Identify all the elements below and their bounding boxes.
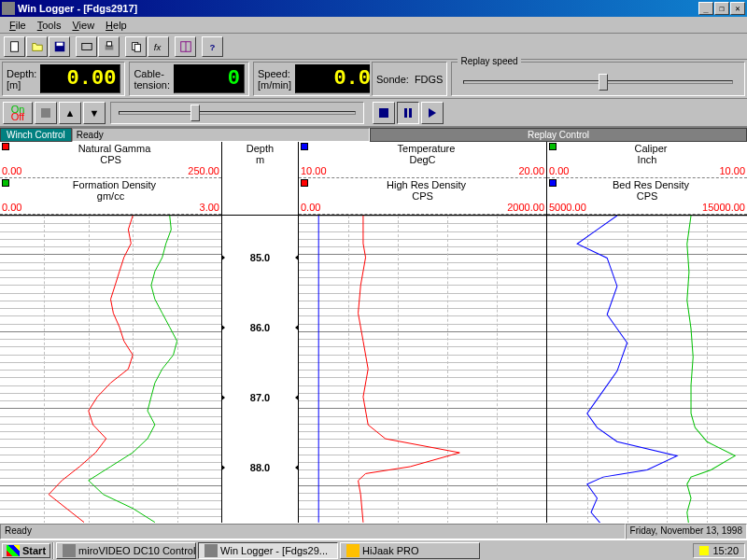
svg-rect-14 [404,108,407,118]
svg-rect-13 [379,108,388,118]
down-button[interactable]: ▼ [83,102,106,124]
replay-speed-slider[interactable] [463,80,733,84]
windows-icon [7,545,20,556]
trk3a-name: Caliper [635,143,668,154]
trk3a-lo: 0.00 [549,165,569,176]
depth-column: 85.086.087.088.0 [222,216,299,524]
trk1a-unit: CPS [100,154,121,165]
speed-display: 0.0 [295,64,375,93]
tb-grid[interactable] [175,36,196,57]
window-title: Win Logger - [Fdgs2917] [18,3,698,14]
tray-icon [699,546,709,555]
trk2b-unit: CPS [412,190,433,202]
speed-label: Speed: [258,68,291,79]
svg-rect-15 [409,108,412,118]
winch-status: Ready [72,128,370,142]
replay-tab[interactable]: Replay Control [370,128,747,142]
replay-readouts: Sonde: FDGS Replay speed [370,60,747,99]
tb-open[interactable] [26,36,48,57]
minimize-button[interactable]: _ [698,2,713,15]
trk1a-lo: 0.00 [2,165,21,176]
trk3b-unit: CPS [637,190,658,202]
swatch-green [2,179,9,187]
menubar: File Tools View Help [0,17,747,34]
sonde-label: Sonde: [376,74,409,85]
swatch-blue2 [549,179,557,187]
status-ready: Ready [0,524,626,539]
status-date: Friday, November 13, 1998 [626,524,747,539]
stop-button[interactable] [35,102,57,124]
task-mirovideo[interactable]: miroVIDEO DC10 Control [56,542,196,559]
start-label: Start [22,545,46,556]
task-winlogger[interactable]: Win Logger - [Fdgs29... [198,542,338,559]
tb-tool1[interactable] [76,36,97,57]
tb-print[interactable] [98,36,120,57]
start-button[interactable]: Start [2,543,50,558]
replay-play-button[interactable] [421,102,444,124]
trk2a-unit: DegC [409,154,435,165]
svg-rect-12 [41,108,50,118]
trk2a-name: Temperature [398,143,456,154]
svg-marker-16 [429,108,436,118]
menu-tools[interactable]: Tools [32,19,67,32]
depth-display: 0.00 [40,64,120,93]
status-bar: Ready Friday, November 13, 1998 [0,523,747,539]
trk2a-lo: 10.00 [301,165,327,176]
menu-file[interactable]: File [4,19,32,32]
trk3a-unit: Inch [638,154,657,165]
chart-header: Natural Gamma CPS 0.00250.00 Formation D… [0,142,747,216]
depth-unit: [m] [7,79,36,91]
menu-view[interactable]: View [66,19,100,32]
trk1b-name: Formation Density [73,179,156,190]
svg-rect-0 [10,41,18,51]
close-button[interactable]: ✕ [730,2,745,15]
svg-text:fx: fx [153,41,162,51]
swatch-green2 [549,143,557,150]
depth-hdr-unit: m [256,154,264,165]
onoff-button[interactable]: OnOff [3,102,33,124]
tb-copy[interactable] [125,36,147,57]
tension-display: 0 [174,64,245,93]
maximize-button[interactable]: ❐ [714,2,729,15]
trk2b-name: High Res Density [387,179,466,190]
task1-label: miroVIDEO DC10 Control [78,545,195,556]
svg-rect-7 [134,44,140,51]
replay-speed-label: Replay speed [458,56,520,66]
task3-label: HiJaak PRO [362,545,419,556]
swatch-blue [301,143,308,150]
swatch-red [2,143,9,150]
winch-readouts: Depth:[m] 0.00 Cable-tension: 0 Speed:[m… [0,60,370,99]
task-hijaak[interactable]: HiJaak PRO [340,542,480,559]
replay-stop-button[interactable] [373,102,395,124]
trk1b-lo: 0.00 [2,202,21,213]
up-button[interactable]: ▲ [59,102,81,124]
tb-fx[interactable]: fx [148,36,169,57]
tb-save[interactable] [49,36,70,57]
taskbar: Start miroVIDEO DC10 Control Win Logger … [0,539,747,560]
menu-help[interactable]: Help [100,19,133,32]
replay-speed-group: Replay speed [451,62,745,96]
tb-new[interactable] [4,36,25,57]
chart-body[interactable]: 85.086.087.088.0 [0,216,747,524]
svg-rect-2 [56,42,63,46]
trk3b-lo: 5000.00 [549,202,586,213]
depth-hdr: Depth [247,143,274,154]
tb-help[interactable]: ? [202,36,223,57]
tension-unit: tension: [134,79,170,91]
winch-tab[interactable]: Winch Control [0,128,72,142]
app-icon [2,2,15,15]
sonde-value: FDGS [415,74,444,85]
trk3b-name: Bed Res Density [613,179,689,190]
svg-rect-3 [81,43,92,49]
swatch-red2 [301,179,308,187]
winch-slider[interactable] [110,102,364,124]
system-tray[interactable]: 15:20 [693,543,745,558]
svg-text:?: ? [209,41,215,51]
task2-label: Win Logger - [Fdgs29... [220,545,328,556]
trk3a-hi: 10.00 [719,165,745,176]
speed-unit: [m/min] [258,79,291,91]
trk2a-hi: 20.00 [518,165,544,176]
replay-pause-button[interactable] [397,102,419,124]
replay-controls [370,99,747,127]
tension-label: Cable- [134,68,170,79]
